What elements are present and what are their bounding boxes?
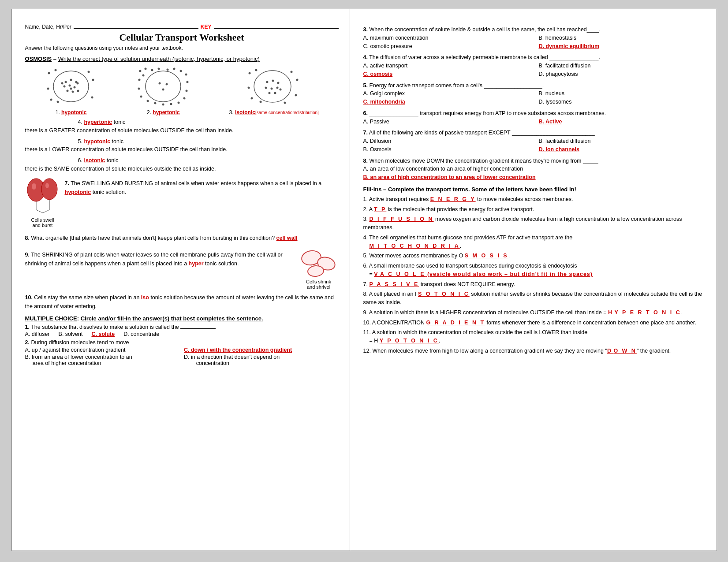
rq8: 8. When molecules move DOWN the concentr… bbox=[363, 157, 706, 182]
svg-point-13 bbox=[69, 85, 71, 87]
q9-num: 9. The SHRINKING of plant cells when wat… bbox=[25, 252, 283, 267]
svg-point-67 bbox=[45, 183, 49, 188]
svg-point-47 bbox=[291, 71, 293, 73]
fill-ins-section: Fill-Ins – Complete the transport terms.… bbox=[363, 186, 706, 355]
fi-10: 10. A CONCENTRATION G R A D I E N T form… bbox=[363, 319, 706, 327]
rq7-num: 7. bbox=[363, 130, 368, 136]
rq7-opt-d: D. ion channels bbox=[539, 145, 706, 154]
q9-text: 9. The SHRINKING of plant cells when wat… bbox=[25, 250, 295, 268]
svg-point-30 bbox=[186, 90, 188, 92]
rq3-opt-d: D. dynamic equilibrium bbox=[539, 42, 706, 51]
diagram-1-answer: hypotonic bbox=[61, 109, 86, 115]
svg-point-41 bbox=[146, 71, 181, 102]
q7-blank: hypotonic bbox=[65, 189, 91, 195]
osmosis-label: OSMOSIS bbox=[25, 56, 52, 62]
page: Name, Date, Hr/Per KEY Cellular Transpor… bbox=[11, 9, 717, 551]
diagram-2-answer: hypertonic bbox=[153, 109, 179, 115]
svg-point-50 bbox=[251, 97, 253, 100]
balloon-label: Cells swelland burst bbox=[31, 217, 54, 228]
q6-block: 6. isotonic tonic there is the SAME conc… bbox=[25, 156, 339, 173]
q9-area: 9. The SHRINKING of plant cells when wat… bbox=[25, 248, 339, 290]
rq6: 6. ________________ transport requires e… bbox=[363, 109, 706, 126]
svg-point-15 bbox=[77, 82, 79, 85]
rq5: 5. Energy for active transport comes fro… bbox=[363, 82, 706, 106]
svg-point-9 bbox=[65, 81, 67, 83]
svg-point-35 bbox=[154, 102, 157, 104]
diagram-3-answer: isotonic bbox=[235, 109, 255, 115]
q6-blank: isotonic bbox=[84, 157, 105, 164]
svg-point-59 bbox=[271, 88, 273, 90]
svg-point-43 bbox=[166, 83, 168, 86]
rq8-num: 8. bbox=[363, 158, 368, 164]
svg-point-2 bbox=[88, 71, 90, 73]
name-label: Name, Date, Hr/Per bbox=[25, 24, 71, 30]
fi-11: 11. A solution in which the concentratio… bbox=[363, 328, 706, 345]
rq6-num: 6. bbox=[363, 110, 368, 116]
rq3-row1: A. maximum concentration B. homeostasis bbox=[363, 34, 706, 42]
diagram-3-num: 3. bbox=[229, 109, 235, 115]
svg-point-3 bbox=[92, 79, 94, 81]
q10-block: 10. Cells stay the same size when placed… bbox=[25, 293, 339, 311]
rq5-opt-d: D. lysosomes bbox=[539, 98, 706, 106]
svg-point-18 bbox=[77, 90, 79, 92]
mc-q1-blank bbox=[180, 328, 216, 329]
fi-12: 12. When molecules move from high to low… bbox=[363, 347, 706, 355]
rq8-opt-a: A. an area of low concentration to an ar… bbox=[363, 166, 523, 172]
isotonic-diagram bbox=[245, 67, 302, 106]
svg-point-21 bbox=[139, 70, 142, 72]
q6-text2: there is the SAME concentration of solut… bbox=[25, 166, 216, 172]
fi-1: 1. Active transport requires E N E R G Y… bbox=[363, 195, 706, 204]
q9-tail: tonic solution. bbox=[204, 261, 239, 267]
diagram-1-label: 1. hypotonic bbox=[45, 109, 97, 115]
fi-8-answer: S O T O N I C bbox=[418, 291, 470, 297]
mc-q2-num: 2. bbox=[25, 339, 30, 346]
svg-point-53 bbox=[284, 102, 286, 104]
svg-point-48 bbox=[296, 79, 299, 81]
rq3: 3. When the concentration of solute insi… bbox=[363, 26, 706, 50]
q8-text: 8. What organelle [that plants have that… bbox=[25, 234, 339, 242]
q6-num: 6. bbox=[78, 157, 84, 164]
fi-7: 7. P A S S I V E transport does NOT REQU… bbox=[363, 280, 706, 289]
fi-4: 4. The cell organelles that burns glucos… bbox=[363, 234, 706, 250]
diagram-2-num: 2. bbox=[147, 109, 153, 115]
svg-point-19 bbox=[61, 82, 63, 85]
svg-point-5 bbox=[50, 99, 52, 101]
fi-2: 2. A T P is the molecule that provides t… bbox=[363, 205, 706, 214]
q4-num: 4. bbox=[78, 119, 84, 125]
q5-text2: there is a LOWER concentration of solute… bbox=[25, 146, 228, 153]
mc-q2-options: A. up / against the concentration gradie… bbox=[25, 347, 339, 366]
svg-point-45 bbox=[249, 72, 251, 74]
mc-q1-num: 1. bbox=[25, 324, 30, 330]
svg-point-14 bbox=[74, 86, 76, 89]
svg-point-7 bbox=[57, 101, 59, 103]
fi-12-answer: D O W N bbox=[607, 348, 637, 354]
q7-tail: tonic solution. bbox=[91, 189, 126, 195]
mc-q2: 2. During diffusion molecules tend to mo… bbox=[25, 339, 339, 366]
shrivel-label: Cells shrinkand shrivel bbox=[306, 279, 331, 290]
rq6-opt-a: A. Passive bbox=[363, 118, 530, 126]
mc-header: MULTIPLE CHOICE: Circle and/or fill-in t… bbox=[25, 315, 339, 322]
osmosis-dash: – bbox=[53, 56, 58, 62]
mc-q1-opt-a: A. diffuser bbox=[25, 331, 50, 337]
rq4-num: 4. bbox=[363, 54, 368, 60]
diagram-3: 3. isotonic[same concentration/distribut… bbox=[229, 67, 319, 115]
svg-point-34 bbox=[162, 104, 164, 106]
svg-point-24 bbox=[158, 68, 160, 70]
svg-point-27 bbox=[180, 70, 182, 72]
rq4: 4. The diffusion of water across a selec… bbox=[363, 53, 706, 78]
mc-q2-opt-c: C. down / with the concentration gradien… bbox=[184, 347, 339, 353]
osmosis-diagrams: 1. hypotonic bbox=[25, 67, 339, 115]
q7-area: Cells swelland burst 7. The SWELLING AND… bbox=[25, 177, 339, 228]
q5-num: 5. bbox=[78, 138, 84, 145]
rq8-opt-a-row: A. an area of low concentration to an ar… bbox=[363, 165, 706, 173]
rq7: 7. All of the following are kinds of pas… bbox=[363, 129, 706, 153]
q4-blank: hypertonic bbox=[84, 119, 112, 125]
rq3-num: 3. bbox=[363, 26, 368, 33]
shrivel-image: Cells shrinkand shrivel bbox=[299, 248, 339, 290]
svg-point-31 bbox=[183, 97, 186, 100]
mc-q2-blank bbox=[131, 344, 166, 344]
svg-point-40 bbox=[142, 74, 145, 77]
svg-point-0 bbox=[48, 72, 50, 74]
mc-section: MULTIPLE CHOICE: Circle and/or fill-in t… bbox=[25, 315, 339, 366]
mc-q1-opt-d: D. concentrate bbox=[123, 331, 159, 337]
